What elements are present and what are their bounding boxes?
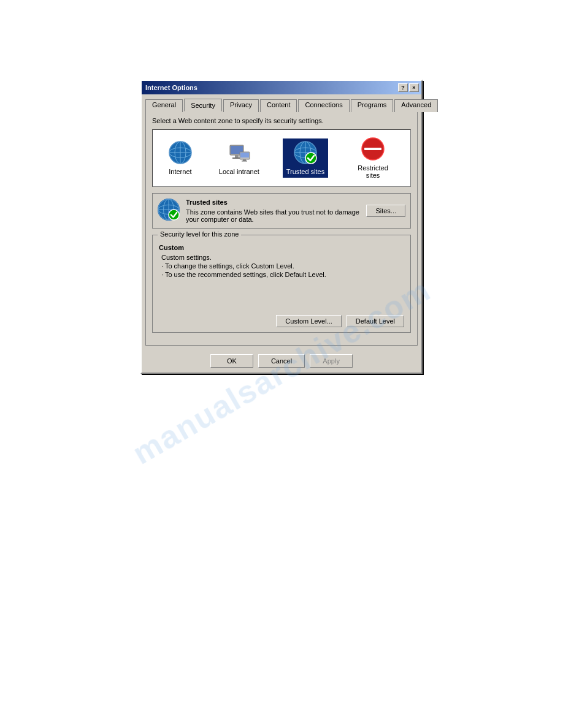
zone-internet[interactable]: Internet [165,138,196,178]
zone-info-title: Trusted sites [186,199,360,206]
internet-globe-icon [169,141,192,164]
zone-local-intranet[interactable]: Local intranet [215,138,263,178]
svg-rect-12 [243,159,246,161]
dialog-title: Internet Options [145,84,197,91]
intranet-icon-wrapper [228,141,251,165]
security-tab-content: Select a Web content zone to specify its… [145,111,418,346]
dialog-buttons: OK Cancel Apply [142,349,421,373]
zone-info-desc: This zone contains Web sites that you tr… [186,208,360,223]
zone-info-icon [158,199,180,221]
custom-level-title: Custom [159,244,404,251]
zone-description: Select a Web content zone to specify its… [152,117,411,124]
trusted-zone-label: Trusted sites [286,168,325,175]
security-level-content: Custom Custom settings. · To change the … [159,240,404,327]
close-button[interactable]: × [409,83,419,92]
zones-panel: Internet Loca [152,129,411,187]
restricted-icon [361,137,385,161]
trusted-icon-wrapper [294,141,317,165]
custom-desc-line1: Custom settings. [159,254,404,261]
tab-connections[interactable]: Connections [298,99,349,112]
custom-desc-line2: · To change the settings, click Custom L… [159,262,404,270]
svg-rect-8 [235,155,239,157]
help-button[interactable]: ? [398,83,408,92]
title-bar: Internet Options ? × [142,81,421,94]
svg-rect-22 [364,148,381,150]
cancel-button[interactable]: Cancel [258,354,305,368]
tab-privacy[interactable]: Privacy [223,99,259,112]
tab-advanced[interactable]: Advanced [394,99,438,112]
security-level-legend: Security level for this zone [158,230,241,238]
tabs-container: General Security Privacy Content Connect… [142,94,421,111]
zone-restricted-sites[interactable]: Restricted sites [348,135,398,181]
sites-button[interactable]: Sites... [366,205,405,217]
ok-button[interactable]: OK [210,354,253,368]
tab-content[interactable]: Content [260,99,297,112]
tab-programs[interactable]: Programs [351,99,394,112]
zone-trusted-sites[interactable]: Trusted sites [283,138,329,178]
trusted-globe-icon [294,141,317,164]
internet-options-dialog: Internet Options ? × General Security Pr… [140,80,423,374]
svg-point-20 [305,153,316,164]
internet-icon-wrapper [169,141,192,165]
custom-level-button[interactable]: Custom Level... [276,315,341,327]
intranet-zone-label: Local intranet [219,168,259,175]
svg-rect-13 [242,161,247,162]
intranet-computer-icon [228,141,251,164]
title-bar-buttons: ? × [398,83,419,92]
level-buttons: Custom Level... Default Level [159,315,404,327]
internet-zone-label: Internet [169,168,191,175]
zone-info-box: Trusted sites This zone contains Web sit… [152,193,411,229]
default-level-button[interactable]: Default Level [347,315,404,327]
svg-rect-11 [240,153,249,157]
apply-button[interactable]: Apply [310,354,353,368]
restricted-zone-label: Restricted sites [351,164,394,179]
tab-security[interactable]: Security [184,99,222,112]
svg-point-30 [169,210,179,220]
zone-info-text: Trusted sites This zone contains Web sit… [186,199,360,223]
custom-desc-line3: · To use the recommended settings, click… [159,271,404,278]
tab-general[interactable]: General [145,99,183,112]
security-level-box: Security level for this zone Custom Cust… [152,235,411,333]
restricted-icon-wrapper [361,137,385,162]
zone-info-globe-icon [158,199,180,221]
